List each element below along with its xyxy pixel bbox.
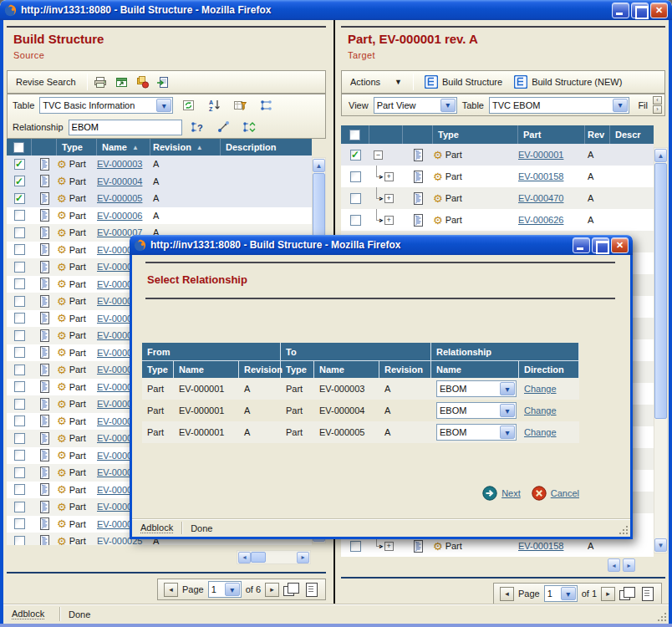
scroll-left-button[interactable]: ◂ [238, 552, 251, 563]
scroll-left-button[interactable]: ◂ [608, 558, 620, 572]
part-name-link[interactable]: EV-000003 [97, 159, 142, 169]
cancel-icon[interactable] [532, 486, 547, 501]
cascade-view-icon[interactable] [619, 587, 635, 600]
row-checkbox[interactable] [14, 502, 25, 512]
document-icon[interactable] [32, 464, 57, 482]
row-checkbox[interactable] [350, 150, 361, 161]
row-checkbox[interactable] [14, 518, 25, 529]
single-view-icon[interactable] [303, 583, 319, 596]
part-name-link[interactable]: EV-000158 [518, 541, 563, 551]
document-icon[interactable] [32, 395, 57, 413]
page-select[interactable]: 1 [209, 582, 241, 597]
change-direction-link[interactable]: Change [524, 427, 557, 437]
part-name-link[interactable]: EV-000006 [97, 211, 142, 221]
part-name-link[interactable]: EV-000005 [97, 193, 142, 203]
row-checkbox[interactable] [14, 347, 25, 358]
build-structure-button[interactable]: Build Structure [416, 75, 511, 89]
build-structure-new-button[interactable]: Build Structure (NEW) [511, 75, 630, 89]
row-checkbox[interactable] [14, 381, 25, 392]
row-checkbox[interactable] [14, 176, 25, 186]
document-icon[interactable] [32, 447, 57, 465]
relationship-select[interactable]: EBOM [437, 403, 516, 418]
prev-page-button[interactable]: ◂ [500, 587, 514, 601]
document-icon[interactable] [32, 361, 57, 379]
document-icon[interactable] [32, 533, 57, 545]
document-icon[interactable] [32, 344, 57, 362]
row-checkbox[interactable] [350, 193, 361, 204]
row-checkbox[interactable] [14, 278, 25, 289]
view-select[interactable]: Part View [374, 98, 456, 113]
change-direction-link[interactable]: Change [524, 384, 557, 394]
source-horizontal-scrollbar[interactable]: ◂ ▸ [237, 550, 311, 564]
scroll-right-button[interactable]: ▸ [623, 558, 635, 572]
expand-toggle[interactable]: + [384, 194, 394, 203]
close-button[interactable] [650, 3, 668, 18]
document-icon[interactable] [403, 187, 433, 209]
document-icon[interactable] [32, 430, 57, 447]
row-checkbox[interactable] [14, 467, 25, 478]
document-icon[interactable] [403, 166, 433, 187]
column-header-type[interactable]: Type [433, 125, 518, 144]
relationship-select[interactable]: EBOM [437, 425, 516, 440]
document-icon[interactable] [32, 516, 57, 533]
select-all-checkbox[interactable] [13, 142, 24, 153]
row-checkbox[interactable] [14, 364, 25, 375]
document-icon[interactable] [32, 224, 57, 242]
row-checkbox[interactable] [14, 536, 25, 545]
expand-toggle[interactable]: + [384, 172, 394, 181]
revise-search-button[interactable]: Revise Search [8, 77, 84, 87]
column-header-description[interactable]: Description [221, 139, 312, 155]
adblock-status[interactable]: Adblock [12, 609, 44, 619]
column-header-revision[interactable]: Revision▲ [150, 139, 221, 155]
part-name-link[interactable]: EV-000626 [518, 215, 563, 225]
resize-grip[interactable] [618, 524, 629, 535]
collapse-toggle[interactable]: − [374, 150, 383, 160]
column-header-rev[interactable]: Rev [585, 125, 610, 144]
row-checkbox[interactable] [14, 330, 25, 341]
spin-left-button[interactable]: ‹ [653, 96, 662, 104]
row-checkbox[interactable] [14, 244, 25, 255]
search-relationship-icon[interactable]: ? [187, 120, 208, 135]
target-horizontal-scrollbar[interactable]: ◂ ▸ [608, 558, 635, 572]
document-icon[interactable] [32, 327, 57, 344]
maximize-button[interactable] [631, 3, 649, 18]
row-checkbox[interactable] [350, 541, 361, 552]
document-icon[interactable] [32, 258, 57, 276]
part-name-link[interactable]: EV-000158 [518, 171, 563, 181]
actions-menu[interactable]: Actions▼ [342, 77, 410, 87]
row-checkbox[interactable] [14, 193, 25, 204]
document-icon[interactable] [32, 207, 57, 225]
column-header-part[interactable]: Part [518, 125, 585, 144]
next-page-button[interactable]: ▸ [265, 583, 279, 597]
cascade-view-icon[interactable] [283, 583, 299, 596]
scroll-up-button[interactable]: ▲ [654, 149, 667, 162]
next-page-button[interactable]: ▸ [601, 587, 615, 601]
cancel-link[interactable]: Cancel [551, 488, 579, 498]
document-icon[interactable] [32, 498, 57, 516]
minimize-button[interactable] [573, 237, 590, 253]
part-name-link[interactable]: EV-000001 [518, 150, 563, 160]
row-checkbox[interactable] [350, 171, 361, 182]
column-header-name[interactable]: Name▲ [97, 139, 150, 155]
table-select[interactable]: TVC Basic Information [40, 98, 172, 113]
export-table-icon[interactable] [153, 74, 174, 90]
row-checkbox[interactable] [14, 399, 25, 410]
scrollbar-thumb[interactable] [251, 552, 266, 563]
next-icon[interactable] [482, 486, 497, 501]
document-icon[interactable] [32, 413, 57, 431]
row-checkbox[interactable] [14, 227, 25, 238]
relationship-select[interactable]: EBOM [437, 381, 516, 396]
row-checkbox[interactable] [14, 262, 25, 273]
page-select[interactable]: 1 [545, 586, 577, 601]
document-icon[interactable] [403, 144, 433, 166]
scroll-down-button[interactable]: ▼ [654, 538, 667, 552]
connect-icon[interactable] [213, 120, 234, 135]
column-header-type[interactable]: Type [57, 139, 97, 155]
part-name-link[interactable]: EV-000004 [97, 176, 142, 186]
close-button[interactable] [611, 237, 629, 253]
adblock-status[interactable]: Adblock [140, 522, 173, 533]
prev-page-button[interactable]: ◂ [164, 583, 178, 597]
document-icon[interactable] [403, 209, 433, 231]
document-icon[interactable] [32, 190, 57, 207]
printer-icon[interactable] [90, 74, 111, 90]
